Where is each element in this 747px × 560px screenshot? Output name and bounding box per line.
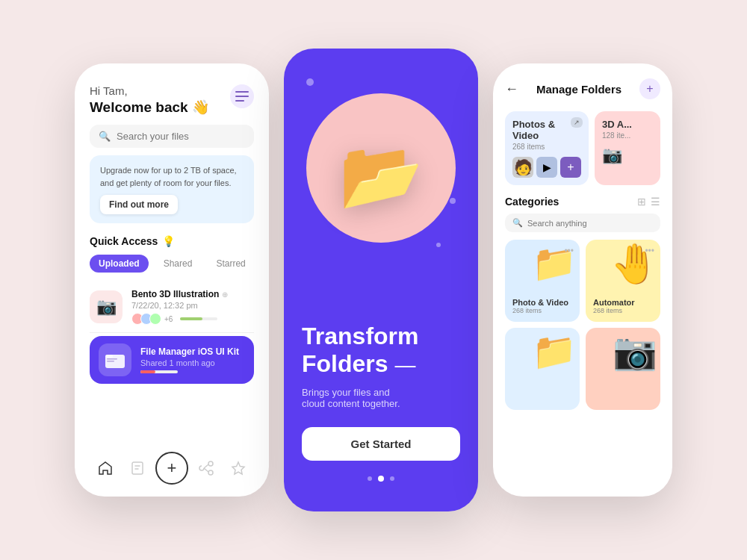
share-icon-1: ⊕: [222, 290, 228, 299]
progress-fill-2: [140, 370, 155, 373]
screen1: Hi Tam, Welcome back 👋 🔍 Upgrade now for…: [75, 63, 269, 497]
view-toggle: ⊞ ☰: [637, 196, 660, 208]
menu-icon[interactable]: [230, 84, 254, 108]
screens-container: Hi Tam, Welcome back 👋 🔍 Upgrade now for…: [52, 26, 695, 534]
categories-title: Categories: [505, 196, 559, 208]
svg-rect-1: [235, 96, 249, 97]
search-input[interactable]: [117, 131, 245, 142]
folder-card-2[interactable]: 3D A... 128 ite... 📷: [595, 111, 660, 185]
get-started-button[interactable]: Get Started: [302, 427, 460, 461]
file-item-2[interactable]: File Manager iOS UI Kit Shared 1 month a…: [90, 336, 254, 384]
greeting-text: Hi Tam,: [90, 84, 210, 97]
tab-starred[interactable]: Starred: [207, 255, 254, 273]
folder-card-1[interactable]: Photos & Video 268 items 🧑 ▶ + ↗: [505, 111, 589, 185]
deco-dot-2: [450, 198, 456, 204]
greeting-section: Hi Tam, Welcome back 👋: [90, 84, 210, 116]
category-card-2[interactable]: 🤚 ••• Automator 268 items: [586, 240, 660, 322]
deco-dot-1: [306, 78, 314, 86]
category-name-2: Automator: [593, 298, 653, 307]
file-icon-1: 📷: [90, 290, 123, 323]
categories-search[interactable]: 🔍: [505, 214, 660, 232]
more-icon-2[interactable]: •••: [645, 246, 654, 256]
nav-star[interactable]: [225, 455, 252, 482]
folder-icon-2: 📷: [602, 146, 653, 165]
s3-header: ← Manage Folders +: [505, 78, 660, 99]
categories-header: Categories ⊞ ☰: [505, 196, 660, 208]
svg-rect-6: [107, 361, 114, 362]
nav-home[interactable]: [92, 455, 119, 482]
folder-images-1: 🧑 ▶ +: [512, 157, 581, 178]
nav-share[interactable]: [193, 455, 220, 482]
file-info-1: Bento 3D Illustration ⊕ 7/22/20, 12:32 p…: [131, 289, 254, 325]
file-date-1: 7/22/20, 12:32 pm: [131, 301, 254, 310]
progress-bar-2: [140, 370, 178, 373]
overflow-badge-1: ↗: [571, 117, 583, 128]
svg-rect-5: [107, 358, 117, 360]
upgrade-text: Upgrade now for up to 2 TB of space, and…: [100, 164, 244, 189]
hero-circle: 📂: [306, 93, 456, 243]
thumb-play: ▶: [536, 157, 557, 178]
svg-rect-0: [235, 91, 249, 93]
category-count-2: 268 items: [593, 307, 653, 314]
hero-subtitle: Brings your files andcloud content toget…: [302, 387, 460, 409]
avatar-stack-1: [131, 313, 161, 325]
welcome-text: Welcome back 👋: [90, 99, 210, 116]
category-card-1[interactable]: 📁 ••• Photo & Video 268 items: [505, 240, 580, 322]
thumb-person: 🧑: [512, 157, 533, 178]
category-count-1: 268 items: [512, 307, 572, 314]
deco-dot-3: [436, 243, 441, 247]
category-card-4[interactable]: 📷: [586, 328, 660, 410]
add-folder-button[interactable]: +: [639, 78, 660, 99]
tab-uploaded[interactable]: Uploaded: [90, 255, 149, 273]
file-meta-2: [140, 370, 245, 373]
file-name-2: File Manager iOS UI Kit: [140, 346, 245, 357]
hero-title: TransformFolders —: [302, 323, 460, 378]
page-title: Manage Folders: [536, 83, 622, 96]
tab-shared[interactable]: Shared: [155, 255, 202, 273]
search-input[interactable]: [527, 219, 653, 228]
folder-row: Photos & Video 268 items 🧑 ▶ + ↗ 3D A...…: [505, 111, 660, 185]
nav-files[interactable]: [124, 455, 151, 482]
search-bar[interactable]: 🔍: [90, 125, 254, 148]
dot-1[interactable]: [368, 476, 372, 481]
more-icon-1[interactable]: •••: [564, 246, 574, 256]
hero-text: TransformFolders — Brings your files and…: [302, 323, 460, 482]
folder-count-1: 268 items: [512, 143, 581, 151]
dot-3[interactable]: [390, 476, 394, 481]
quick-access-header: Quick Access 💡: [90, 235, 254, 247]
file-icon-2: [99, 343, 131, 376]
quick-access-emoji: 💡: [162, 235, 175, 247]
search-icon: 🔍: [99, 131, 111, 142]
screen2: 📂 TransformFolders — Brings your files a…: [284, 49, 478, 511]
search-icon: 🔍: [512, 218, 523, 228]
categories-grid: 📁 ••• Photo & Video 268 items 🤚 ••• Auto…: [505, 240, 660, 410]
thumb-add[interactable]: +: [560, 157, 581, 178]
upgrade-button[interactable]: Find out more: [100, 195, 178, 214]
dot-2[interactable]: [378, 476, 384, 482]
avatar-count-1: +6: [164, 315, 173, 323]
nav-add-button[interactable]: +: [155, 452, 188, 485]
file-date-2: Shared 1 month ago: [140, 358, 245, 367]
back-button[interactable]: ←: [505, 81, 518, 97]
category-name-1: Photo & Video: [512, 298, 572, 307]
list-view-icon[interactable]: ☰: [651, 196, 660, 208]
category-emoji-3: 📁: [532, 331, 577, 373]
progress-fill-1: [180, 317, 202, 320]
svg-line-9: [204, 468, 208, 472]
s1-header: Hi Tam, Welcome back 👋: [90, 84, 254, 116]
category-card-3[interactable]: 📁: [505, 328, 580, 410]
file-name-1: Bento 3D Illustration: [131, 289, 219, 299]
svg-rect-7: [132, 462, 143, 474]
svg-rect-2: [235, 100, 244, 102]
carousel-dots: [302, 476, 460, 482]
folder-title-2: 3D A...: [602, 119, 653, 130]
progress-bar-1: [180, 317, 217, 320]
upgrade-box: Upgrade now for up to 2 TB of space, and…: [90, 155, 254, 223]
filter-tabs: Uploaded Shared Starred: [90, 255, 254, 273]
file-info-2: File Manager iOS UI Kit Shared 1 month a…: [140, 346, 245, 373]
svg-rect-4: [105, 355, 113, 358]
file-item-1[interactable]: 📷 Bento 3D Illustration ⊕ 7/22/20, 12:32…: [90, 281, 254, 333]
bottom-nav: +: [90, 443, 254, 485]
svg-line-8: [204, 464, 208, 468]
grid-view-icon[interactable]: ⊞: [637, 196, 646, 208]
